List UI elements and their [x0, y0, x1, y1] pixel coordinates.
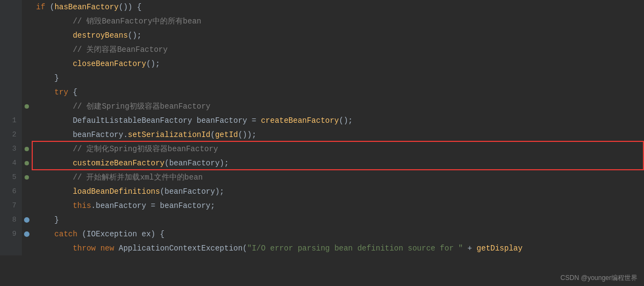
line-content: // 销毁BeanFactory中的所有bean — [32, 14, 644, 28]
line-number — [0, 43, 22, 57]
line-number: 5 — [0, 170, 22, 184]
line-indicator — [22, 99, 32, 114]
code-line-17: throw new ApplicationContextException("I… — [0, 241, 644, 255]
line-content: beanFactory.setSerializationId(getId()); — [32, 128, 644, 142]
line-content: loadBeanDefinitions(beanFactory); — [32, 184, 644, 199]
code-line-13: 6 loadBeanDefinitions(beanFactory); — [0, 184, 644, 199]
line-number: 8 — [0, 213, 22, 227]
code-line-11: 4 customizeBeanFactory(beanFactory); — [0, 156, 644, 170]
line-number: 7 — [0, 199, 22, 213]
code-line-10: 3 // 定制化Spring初级容器beanFactory — [0, 142, 644, 156]
code-line-3: // 关闭容器BeanFactory — [0, 43, 644, 57]
code-line-14: 7 this.beanFactory = beanFactory; — [0, 199, 644, 213]
line-indicator — [22, 227, 32, 241]
line-content: try { — [32, 85, 644, 99]
line-content: // 创建Spring初级容器beanFactory — [32, 99, 644, 114]
line-number: 1 — [0, 114, 22, 128]
line-content: destroyBeans(); — [32, 28, 644, 43]
code-editor: if (hasBeanFactory()) { // 销毁BeanFactory… — [0, 0, 644, 286]
code-line-15: 8 } — [0, 213, 644, 227]
line-indicator — [22, 241, 32, 255]
line-number — [0, 71, 22, 85]
code-line-2: destroyBeans(); — [0, 28, 644, 43]
line-number: 9 — [0, 227, 22, 241]
line-content: customizeBeanFactory(beanFactory); — [32, 156, 644, 170]
line-content: catch (IOException ex) { — [32, 227, 644, 241]
line-content: throw new ApplicationContextException("I… — [32, 241, 644, 255]
code-line-7: // 创建Spring初级容器beanFactory — [0, 99, 644, 114]
line-number — [0, 28, 22, 43]
code-line-16: 9 catch (IOException ex) { — [0, 227, 644, 241]
line-number — [0, 57, 22, 71]
line-number — [0, 0, 22, 14]
line-indicator — [22, 57, 32, 71]
code-line-0: if (hasBeanFactory()) { — [0, 0, 644, 14]
line-number: 2 — [0, 128, 22, 142]
line-number: 4 — [0, 156, 22, 170]
line-number: 6 — [0, 184, 22, 199]
code-line-1: // 销毁BeanFactory中的所有bean — [0, 14, 644, 28]
line-content: this.beanFactory = beanFactory; — [32, 199, 644, 213]
line-number — [0, 14, 22, 28]
line-content: if (hasBeanFactory()) { — [32, 0, 644, 14]
line-content: closeBeanFactory(); — [32, 57, 644, 71]
line-number — [0, 85, 22, 99]
line-indicator — [22, 156, 32, 170]
line-indicator — [22, 213, 32, 227]
line-indicator — [22, 128, 32, 142]
code-line-9: 2 beanFactory.setSerializationId(getId()… — [0, 128, 644, 142]
line-number: 3 — [0, 142, 22, 156]
line-content: // 开始解析并加载xml文件中的bean — [32, 170, 644, 184]
line-content: } — [32, 71, 644, 85]
line-number — [0, 241, 22, 255]
line-content: // 定制化Spring初级容器beanFactory — [32, 142, 644, 156]
code-line-4: closeBeanFactory(); — [0, 57, 644, 71]
line-indicator — [22, 85, 32, 99]
line-number — [0, 99, 22, 114]
line-indicator — [22, 14, 32, 28]
line-content: DefaultListableBeanFactory beanFactory =… — [32, 114, 644, 128]
line-indicator — [22, 114, 32, 128]
line-indicator — [22, 43, 32, 57]
line-indicator — [22, 199, 32, 213]
line-indicator — [22, 28, 32, 43]
line-indicator — [22, 71, 32, 85]
code-line-6: try { — [0, 85, 644, 99]
code-line-5: } — [0, 71, 644, 85]
watermark: CSDN @younger编程世界 — [560, 273, 637, 283]
line-indicator — [22, 142, 32, 156]
code-line-12: 5 // 开始解析并加载xml文件中的bean — [0, 170, 644, 184]
code-line-8: 1 DefaultListableBeanFactory beanFactory… — [0, 114, 644, 128]
line-indicator — [22, 0, 32, 14]
line-content: } — [32, 213, 644, 227]
line-indicator — [22, 170, 32, 184]
line-indicator — [22, 184, 32, 199]
line-content: // 关闭容器BeanFactory — [32, 43, 644, 57]
